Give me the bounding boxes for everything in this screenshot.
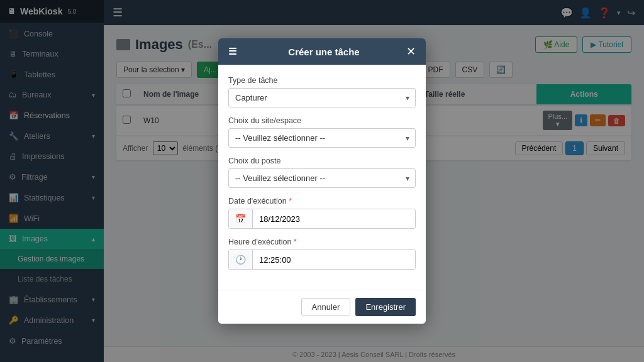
site-select[interactable]: -- Veuillez sélectionner -- (228, 128, 416, 148)
create-task-modal: ☰ Créer une tâche ✕ Type de tâche Captur… (218, 38, 426, 324)
modal-close-button[interactable]: ✕ (406, 46, 416, 57)
modal-body: Type de tâche Capturer Choix du site/esp… (218, 65, 426, 290)
site-label: Choix du site/espace (228, 116, 416, 125)
modal-title-icon: ☰ (228, 46, 236, 57)
calendar-field-icon: 📅 (229, 209, 253, 228)
poste-group: Choix du poste -- Veuillez sélectionner … (228, 156, 416, 188)
save-button[interactable]: Enregistrer (355, 298, 416, 316)
cancel-button[interactable]: Annuler (301, 298, 351, 316)
time-group: Heure d'exécution * 🕐 (228, 238, 416, 270)
date-input[interactable] (253, 210, 415, 228)
date-required: * (289, 197, 292, 206)
site-group: Choix du site/espace -- Veuillez sélecti… (228, 116, 416, 148)
clock-icon: 🕐 (229, 250, 253, 269)
modal-overlay: ☰ Créer une tâche ✕ Type de tâche Captur… (0, 0, 644, 362)
date-label: Date d'exécution * (228, 197, 416, 206)
time-required: * (294, 238, 297, 246)
site-select-wrap: -- Veuillez sélectionner -- (228, 128, 416, 148)
modal-title: Créer une tâche (288, 47, 359, 57)
time-input-wrap: 🕐 (228, 250, 416, 270)
task-type-select-wrap: Capturer (228, 88, 416, 107)
task-type-group: Type de tâche Capturer (228, 76, 416, 107)
date-input-wrap: 📅 (228, 209, 416, 229)
date-group: Date d'exécution * 📅 (228, 197, 416, 229)
task-type-select[interactable]: Capturer (228, 88, 416, 107)
time-label: Heure d'exécution * (228, 238, 416, 246)
modal-header: ☰ Créer une tâche ✕ (218, 38, 426, 65)
poste-select-wrap: -- Veuillez sélectionner -- (228, 168, 416, 188)
time-input[interactable] (253, 251, 415, 269)
poste-label: Choix du poste (228, 156, 416, 165)
modal-footer: Annuler Enregistrer (218, 290, 426, 324)
task-type-label: Type de tâche (228, 76, 416, 85)
poste-select[interactable]: -- Veuillez sélectionner -- (228, 168, 416, 188)
